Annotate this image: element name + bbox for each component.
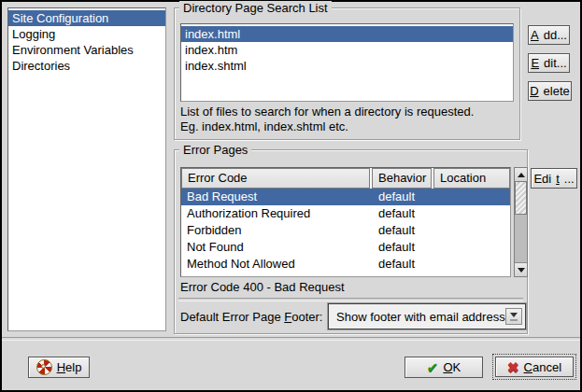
lifebuoy-icon <box>36 359 52 375</box>
dropdown-arrow-icon <box>505 308 522 325</box>
column-header[interactable]: Behavior <box>372 168 432 189</box>
column-header[interactable]: Location <box>433 168 510 189</box>
x-icon: ✖ <box>507 360 519 374</box>
scroll-down-button[interactable] <box>515 262 527 276</box>
cell-location <box>434 205 510 222</box>
directory-file-item[interactable]: index.html <box>181 26 513 42</box>
directory-file-list[interactable]: index.htmlindex.htmindex.shtml <box>180 23 514 102</box>
cell-code: Method Not Allowed <box>181 256 373 273</box>
description-line-1: List of files to search for when a direc… <box>180 105 474 119</box>
error-page-row[interactable]: Bad Requestdefault <box>181 189 510 205</box>
ok-button[interactable]: ✔ OK <box>405 357 483 378</box>
config-section-list[interactable]: Site ConfigurationLoggingEnvironment Var… <box>7 7 166 331</box>
scrollbar-thumb[interactable] <box>515 181 527 215</box>
scroll-up-button[interactable] <box>515 168 527 182</box>
error-pages-legend: Error Pages <box>179 143 251 157</box>
cell-behavior: default <box>373 239 434 256</box>
table-scrollbar[interactable] <box>514 167 528 277</box>
cell-behavior: default <box>373 189 434 205</box>
error-table-body: Bad RequestdefaultAuthorization Required… <box>181 189 510 276</box>
cell-location <box>434 239 510 256</box>
default-footer-label: Default Error Page Footer: <box>180 310 322 325</box>
sidebar-item[interactable]: Logging <box>8 26 165 42</box>
error-page-row[interactable]: Authorization Requireddefault <box>181 205 510 222</box>
cell-location <box>434 189 510 205</box>
error-code-status: Error Code 400 - Bad Request <box>180 280 345 294</box>
cell-code: Not Found <box>181 239 373 256</box>
sidebar-item[interactable]: Directories <box>8 58 165 74</box>
edit-error-page-button[interactable]: Edit... <box>531 168 577 189</box>
bottom-separator <box>2 337 580 341</box>
cell-code: Forbidden <box>181 222 373 239</box>
description-line-2: Eg. index.html, index.shtml etc. <box>180 119 474 134</box>
cancel-button-label: Cancel <box>524 360 561 374</box>
arrow-up-icon <box>518 173 525 177</box>
error-table-header: Error CodeBehaviorLocation <box>181 168 510 189</box>
cell-behavior: default <box>373 256 434 273</box>
arrow-down-icon <box>518 268 525 273</box>
error-pages-frame: Error Pages Error CodeBehaviorLocation B… <box>174 149 528 334</box>
error-page-row[interactable]: Not Founddefault <box>181 239 510 256</box>
cell-code: Bad Request <box>181 189 373 205</box>
error-footer-select[interactable]: Show footer with email address <box>328 303 526 329</box>
cell-behavior: default <box>373 222 434 239</box>
add-button[interactable]: Add... <box>528 25 570 45</box>
cell-code: Authorization Required <box>181 205 373 222</box>
sidebar-item[interactable]: Site Configuration <box>8 10 165 26</box>
help-button[interactable]: Help <box>28 357 90 378</box>
directory-search-legend: Directory Page Search List <box>179 1 332 15</box>
delete-button[interactable]: Delete <box>528 81 572 101</box>
cancel-button[interactable]: ✖ Cancel <box>495 357 574 377</box>
ok-button-label: OK <box>443 360 461 374</box>
error-pages-table: Error CodeBehaviorLocation Bad Requestde… <box>180 167 511 277</box>
error-page-row[interactable]: Method Not Alloweddefault <box>181 256 510 273</box>
cell-location <box>434 256 510 273</box>
cell-behavior: default <box>373 205 434 222</box>
edit-file-button[interactable]: Edit... <box>528 53 570 73</box>
error-page-row[interactable]: Forbiddendefault <box>181 222 510 239</box>
cell-location <box>434 222 510 239</box>
directory-search-frame: Directory Page Search List index.htmlind… <box>174 7 520 140</box>
checkmark-icon: ✔ <box>427 360 439 374</box>
site-configuration-window: Site ConfigurationLoggingEnvironment Var… <box>0 0 582 392</box>
error-footer-selected-value: Show footer with email address <box>329 310 505 324</box>
frame-separator <box>178 298 523 301</box>
directory-list-description: List of files to search for when a direc… <box>180 105 474 134</box>
column-header[interactable]: Error Code <box>181 168 370 189</box>
help-button-label: Help <box>57 360 82 374</box>
directory-file-item[interactable]: index.htm <box>181 42 513 58</box>
directory-file-item[interactable]: index.shtml <box>181 58 513 74</box>
sidebar-item[interactable]: Environment Variables <box>8 42 165 58</box>
